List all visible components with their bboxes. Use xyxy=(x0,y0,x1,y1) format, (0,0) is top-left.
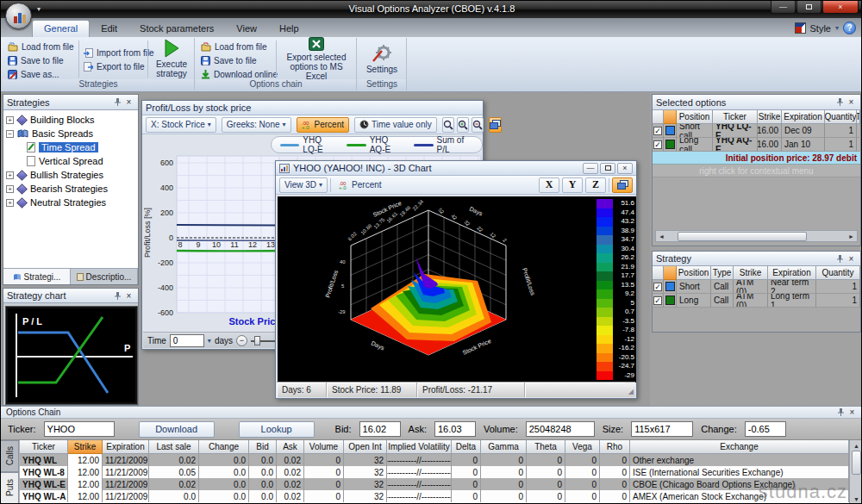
scrollbar-thumb[interactable] xyxy=(678,232,807,241)
greeks-select[interactable]: Greeks: None▾ xyxy=(222,117,291,133)
time-input[interactable] xyxy=(170,334,204,347)
cascade-windows-button[interactable] xyxy=(612,177,633,193)
expand-icon[interactable]: + xyxy=(6,185,14,193)
strategy-export-button[interactable]: Export to file xyxy=(82,59,156,73)
strategy-load-button[interactable]: Load from file xyxy=(6,40,76,53)
percent-toggle-button[interactable]: .00+.0 Percent xyxy=(297,117,349,133)
pin-icon[interactable] xyxy=(112,96,123,108)
view-3d-select[interactable]: View 3D▾ xyxy=(279,177,328,193)
ticker-input[interactable] xyxy=(44,421,115,437)
row-checkbox[interactable]: ✓ xyxy=(653,283,662,291)
pl-window-titlebar[interactable]: Profit/Loss by stock price xyxy=(142,101,483,115)
app-menu-button[interactable] xyxy=(5,3,32,29)
expand-icon[interactable]: + xyxy=(6,199,14,207)
tab-strategies-list[interactable]: Strategi... xyxy=(3,269,71,284)
tree-item-building-blocks[interactable]: + Building Blocks xyxy=(6,113,138,127)
z-axis-button[interactable]: Z xyxy=(585,177,606,193)
col-implied-volatility[interactable]: Implied Volatility xyxy=(387,440,452,454)
tab-help[interactable]: Help xyxy=(268,21,310,37)
row-checkbox[interactable]: ✓ xyxy=(653,296,662,305)
tree-item-neutral[interactable]: + Neutral Strategies xyxy=(6,196,138,209)
scroll-left-icon[interactable]: ◄ xyxy=(656,231,667,241)
option-row[interactable]: YHQ WL-A 12.00 11/21/2009 0.0 0.0 0.0 0.… xyxy=(20,490,849,502)
col-change[interactable]: Change xyxy=(199,440,249,454)
close-panel-icon[interactable]: × xyxy=(123,290,134,302)
help-icon[interactable]: ? xyxy=(843,22,856,34)
tab-description[interactable]: Descriptio... xyxy=(71,269,138,284)
zoom-select-button[interactable] xyxy=(442,117,454,133)
close-panel-icon[interactable]: × xyxy=(846,407,858,418)
col-gamma[interactable]: Gamma xyxy=(481,440,527,454)
tab-edit[interactable]: Edit xyxy=(90,21,128,37)
y-axis-button[interactable]: Y xyxy=(562,177,583,193)
col-quantity[interactable]: Quantity xyxy=(816,266,860,280)
pin-icon[interactable] xyxy=(834,96,846,108)
strategy-leg-row[interactable]: ✓ Long Call ATM (0) Long term 1 1 xyxy=(653,294,860,308)
col-strike[interactable]: Strike xyxy=(734,266,768,280)
x-axis-button[interactable]: X xyxy=(539,177,559,193)
tree-item-basic-spreads[interactable]: − Basic Spreads xyxy=(6,127,138,140)
tab-general[interactable]: General xyxy=(32,20,90,37)
close-panel-icon[interactable]: × xyxy=(123,96,134,108)
pin-icon[interactable] xyxy=(112,290,123,302)
scrollbar-thumb[interactable] xyxy=(852,451,861,475)
lookup-button[interactable]: Lookup xyxy=(239,421,315,438)
col-delta[interactable]: Delta xyxy=(452,440,481,454)
change-value[interactable] xyxy=(745,421,786,437)
tab-puts[interactable]: Puts xyxy=(1,472,19,504)
tree-item-bullish[interactable]: + Bullish Strategies xyxy=(6,168,138,182)
col-position[interactable]: Position xyxy=(677,266,711,280)
tab-view[interactable]: View xyxy=(225,21,268,37)
export-to-excel-button[interactable]: Export selected options to MS Excel xyxy=(278,39,354,78)
maximize-button[interactable] xyxy=(796,1,821,14)
expand-icon[interactable]: + xyxy=(6,171,14,179)
col-type[interactable]: Type xyxy=(711,266,734,280)
scroll-up-icon[interactable]: ▲ xyxy=(851,440,862,451)
close-panel-icon[interactable]: × xyxy=(846,253,857,264)
download-button[interactable]: Download xyxy=(139,421,215,438)
selected-option-row[interactable]: ✓ Short call YHQ LQ-E 16.00 Dec 09 1 xyxy=(653,124,860,138)
col-quantity[interactable]: Quantity xyxy=(825,110,857,124)
strategy-save-button[interactable]: Save to file xyxy=(6,53,76,67)
tab-calls[interactable]: Calls xyxy=(1,440,19,472)
col-ticker[interactable]: Ticker xyxy=(713,110,758,124)
col-position[interactable]: Position xyxy=(677,110,713,124)
slider-thumb[interactable] xyxy=(254,336,260,345)
col-bid[interactable]: Bid xyxy=(249,440,277,454)
tree-item-time-spread[interactable]: Time Spread xyxy=(6,140,138,154)
close-button[interactable]: × xyxy=(822,1,859,14)
ask-value[interactable] xyxy=(434,421,476,437)
time-value-only-button[interactable]: Time value only xyxy=(354,117,437,133)
style-button[interactable]: Style xyxy=(810,23,831,34)
scroll-right-icon[interactable]: ► xyxy=(846,231,857,241)
col-ask[interactable]: Ask xyxy=(277,440,304,454)
size-value[interactable] xyxy=(631,421,693,437)
chart3d-titlebar[interactable]: YHOO (YAHOO! INC) - 3D Chart — × xyxy=(276,161,636,176)
chain-save-button[interactable]: Save to file xyxy=(199,53,279,67)
execute-strategy-button[interactable]: Execute strategy xyxy=(150,39,193,78)
time-dropdown-icon[interactable]: ▾ xyxy=(208,337,211,345)
settings-button[interactable]: Settings xyxy=(359,39,404,78)
bid-value[interactable] xyxy=(359,421,401,437)
row-checkbox[interactable]: ✓ xyxy=(653,140,662,149)
col-open-int[interactable]: Open Int xyxy=(344,440,387,454)
pin-icon[interactable] xyxy=(835,407,846,418)
col-expiration[interactable]: Expiration xyxy=(782,110,825,124)
horizontal-scrollbar[interactable]: ◄ ► xyxy=(655,230,858,242)
cascade-windows-button[interactable] xyxy=(489,117,502,133)
strategy-leg-row[interactable]: ✓ Short Call ATM (0) Near term 2 1 xyxy=(653,280,860,294)
zoom-out-button[interactable] xyxy=(472,117,484,133)
time-decrement-button[interactable]: − xyxy=(236,335,247,346)
col-type-partial[interactable]: T xyxy=(857,110,860,124)
window-minimize-button[interactable]: — xyxy=(583,163,598,174)
volume-value[interactable] xyxy=(526,421,595,437)
col-exchange[interactable]: Exchange xyxy=(630,440,849,454)
strategy-import-button[interactable]: Import from file xyxy=(82,46,156,59)
tree-item-bearish[interactable]: + Bearish Strategies xyxy=(6,182,138,196)
resize-grip[interactable]: ◢ xyxy=(625,383,635,397)
minimize-button[interactable]: — xyxy=(771,1,796,14)
col-vega[interactable]: Vega xyxy=(565,440,600,454)
col-strike[interactable]: Strike xyxy=(758,110,782,124)
col-last-sale[interactable]: Last sale xyxy=(149,440,199,454)
col-volume[interactable]: Volume xyxy=(304,440,344,454)
